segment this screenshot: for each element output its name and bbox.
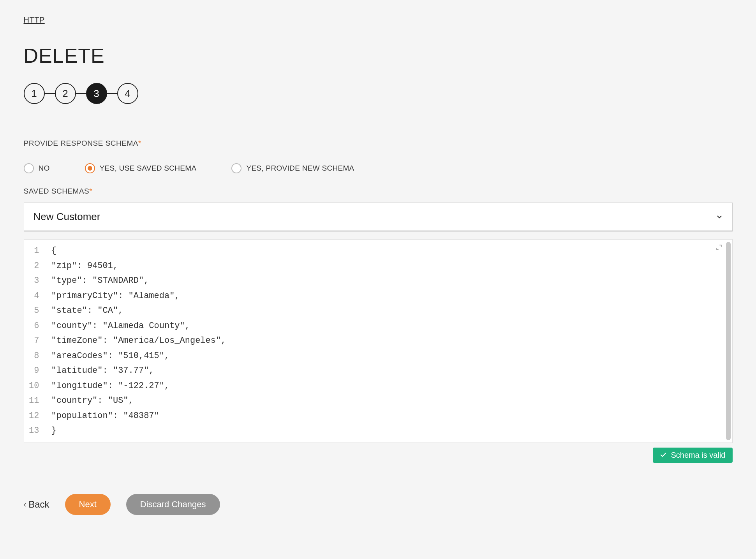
check-icon [660,451,667,458]
page-container: HTTP DELETE 1 2 3 4 PROVIDE RESPONSE SCH… [24,16,733,515]
line-number: 11 [29,393,42,409]
line-number: 13 [29,423,42,439]
editor-body[interactable]: { "zip": 94501, "type": "STANDARD", "pri… [45,240,732,443]
editor-gutter: 12345678910111213 [24,240,45,443]
discard-changes-button[interactable]: Discard Changes [126,494,220,515]
line-number: 6 [29,319,42,334]
line-number: 12 [29,409,42,424]
step-separator [107,93,117,94]
radio-label-no: NO [39,164,50,173]
expand-icon[interactable] [716,243,722,255]
next-button[interactable]: Next [65,494,111,515]
saved-schemas-label: SAVED SCHEMAS* [24,187,733,196]
line-number: 4 [29,289,42,304]
line-number: 1 [29,243,42,259]
radio-label-use-saved: YES, USE SAVED SCHEMA [100,164,197,173]
schema-radio-group: NO YES, USE SAVED SCHEMA YES, PROVIDE NE… [24,163,733,173]
radio-label-provide-new: YES, PROVIDE NEW SCHEMA [246,164,354,173]
radio-icon [85,163,95,173]
step-separator [76,93,86,94]
step-3[interactable]: 3 [86,83,107,104]
line-number: 3 [29,273,42,289]
radio-option-provide-new[interactable]: YES, PROVIDE NEW SCHEMA [231,163,354,173]
step-4[interactable]: 4 [117,83,138,104]
line-number: 8 [29,349,42,364]
line-number: 9 [29,363,42,379]
radio-icon [24,163,34,173]
step-1[interactable]: 1 [24,83,45,104]
response-schema-label-text: PROVIDE RESPONSE SCHEMA [24,139,138,147]
back-label: Back [28,499,49,510]
action-row: ‹ Back Next Discard Changes [24,494,733,515]
saved-schema-select[interactable]: New Customer [24,203,733,231]
required-asterisk: * [138,139,141,147]
radio-dot-icon [88,166,92,171]
schema-valid-badge: Schema is valid [653,448,732,463]
required-asterisk: * [89,187,92,195]
page-title: DELETE [24,44,733,67]
radio-option-no[interactable]: NO [24,163,50,173]
line-number: 2 [29,259,42,274]
breadcrumb-link[interactable]: HTTP [24,16,45,24]
schema-editor[interactable]: 12345678910111213 { "zip": 94501, "type"… [24,239,733,443]
line-number: 5 [29,303,42,319]
stepper: 1 2 3 4 [24,83,733,104]
chevron-left-icon: ‹ [24,500,26,509]
line-number: 7 [29,333,42,349]
editor-scrollbar[interactable] [726,242,731,440]
radio-icon [231,163,241,173]
radio-option-use-saved[interactable]: YES, USE SAVED SCHEMA [85,163,197,173]
schema-valid-text: Schema is valid [671,451,725,460]
back-button[interactable]: ‹ Back [24,499,49,510]
validation-row: Schema is valid [24,448,733,463]
saved-schema-value: New Customer [33,211,100,223]
line-number: 10 [29,379,42,394]
step-2[interactable]: 2 [55,83,76,104]
response-schema-label: PROVIDE RESPONSE SCHEMA* [24,139,733,148]
step-separator [45,93,55,94]
saved-schemas-label-text: SAVED SCHEMAS [24,187,90,195]
chevron-down-icon [716,213,723,220]
